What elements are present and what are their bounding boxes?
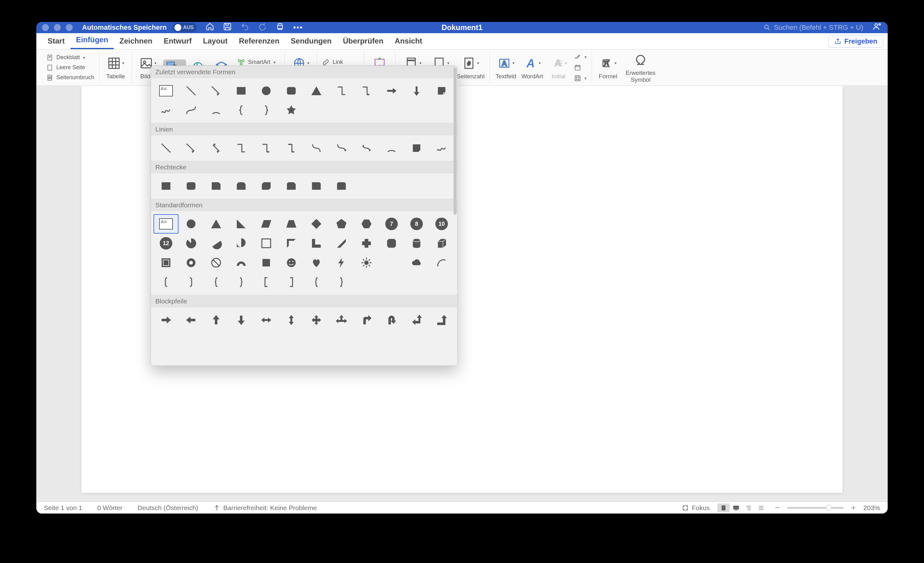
arrow-left[interactable]	[178, 310, 204, 330]
share-presence-icon[interactable]	[873, 22, 882, 33]
basic-blockarc[interactable]	[229, 253, 254, 273]
rect-sharp[interactable]	[153, 176, 178, 196]
arrow-bent-right[interactable]	[354, 310, 379, 330]
basic-diagstripe[interactable]	[329, 234, 354, 253]
shape-curve[interactable]	[178, 100, 204, 120]
tab-zeichnen[interactable]: Zeichnen	[114, 33, 158, 49]
shape-elbow-arrow[interactable]	[354, 81, 379, 100]
rect-round[interactable]	[178, 176, 204, 196]
zoom-in-button[interactable]: +	[851, 503, 856, 513]
arrow-up[interactable]	[204, 310, 229, 330]
rect-snip1[interactable]	[204, 176, 229, 196]
zoom-thumb[interactable]	[826, 505, 832, 511]
arrow-leftright[interactable]	[254, 310, 279, 330]
basic-noentry[interactable]	[204, 253, 229, 273]
shape-triangle[interactable]	[304, 81, 329, 100]
basic-bracket-left[interactable]	[153, 273, 178, 292]
shape-arrow-line[interactable]	[204, 81, 229, 100]
line-elbow-double[interactable]	[279, 138, 304, 158]
shape-star[interactable]	[279, 100, 304, 120]
tab-layout[interactable]: Layout	[197, 33, 233, 49]
line-elbow[interactable]	[229, 138, 254, 158]
line-curved-arrow[interactable]	[329, 138, 354, 158]
basic-can[interactable]	[404, 234, 429, 253]
basic-triangle[interactable]	[204, 214, 229, 234]
shape-brace-right[interactable]	[254, 100, 279, 120]
line-elbow-arrow[interactable]	[254, 138, 279, 158]
shape-roundrect[interactable]	[279, 81, 304, 100]
line-freeform[interactable]	[404, 138, 429, 158]
basic-donut[interactable]	[178, 253, 204, 273]
signature-button[interactable]: ▾	[574, 53, 586, 61]
basic-pentagon[interactable]	[329, 214, 354, 234]
print-icon[interactable]	[276, 22, 284, 33]
object-button[interactable]: ▾	[574, 75, 586, 82]
basic-foldedcorner[interactable]	[254, 253, 279, 273]
basic-cube[interactable]	[429, 234, 454, 253]
scrollbar-thumb[interactable]	[453, 67, 457, 215]
basic-lightning[interactable]	[329, 253, 354, 273]
formel-button[interactable]: π▾Formel	[597, 55, 619, 80]
tabelle-button[interactable]: ▾ Tabelle	[105, 55, 126, 80]
line-scribble[interactable]	[429, 138, 454, 158]
rect-round2same[interactable]	[329, 176, 354, 196]
home-icon[interactable]	[206, 22, 214, 33]
shape-arrow-right[interactable]	[379, 81, 404, 100]
basic-hexagon[interactable]	[354, 214, 379, 234]
shape-line[interactable]	[178, 81, 204, 100]
line-arrow[interactable]	[178, 138, 204, 158]
basic-sqbracket-left[interactable]	[254, 273, 279, 292]
seitenumbruch-button[interactable]: Seitenumbruch	[46, 74, 94, 81]
basic-bevel[interactable]	[153, 253, 178, 273]
view-draft-button[interactable]	[755, 503, 767, 512]
arrow-updown[interactable]	[279, 310, 304, 330]
basic-moon[interactable]	[379, 253, 404, 273]
basic-sun[interactable]	[354, 253, 379, 273]
shape-scribble[interactable]	[153, 100, 178, 120]
basic-cloud[interactable]	[404, 253, 429, 273]
shape-arrow-down[interactable]	[404, 81, 429, 100]
undo-icon[interactable]	[240, 22, 249, 33]
rect-round1[interactable]	[304, 176, 329, 196]
arrow-bentup[interactable]	[429, 310, 454, 330]
basic-textbox[interactable]	[153, 214, 178, 234]
arrow-uturn[interactable]	[379, 310, 404, 330]
arrow-quad[interactable]	[304, 310, 329, 330]
status-words[interactable]: 0 Wörter	[98, 504, 123, 512]
line-double-arrow[interactable]	[204, 138, 229, 158]
line-curved-double[interactable]	[354, 138, 379, 158]
line-freeform-curve[interactable]	[379, 138, 404, 158]
wordart-button[interactable]: A▾WordArt	[521, 55, 543, 80]
basic-sqbracket-right[interactable]	[279, 273, 304, 292]
window-controls[interactable]	[42, 24, 73, 31]
basic-chord[interactable]	[204, 234, 229, 253]
zoom-dot[interactable]	[66, 24, 73, 31]
shape-rect[interactable]	[229, 81, 254, 100]
basic-brack-left2[interactable]	[304, 273, 329, 292]
basic-right-triangle[interactable]	[229, 214, 254, 234]
basic-halfframe[interactable]	[279, 234, 304, 253]
basic-diamond[interactable]	[304, 214, 329, 234]
search-box[interactable]: Suchen (Befehl + STRG + U)	[764, 24, 863, 31]
arrow-leftrightup[interactable]	[329, 310, 354, 330]
status-language[interactable]: Deutsch (Österreich)	[138, 504, 198, 512]
basic-plus[interactable]	[354, 234, 379, 253]
arrow-leftup[interactable]	[404, 310, 429, 330]
basic-heart[interactable]	[304, 253, 329, 273]
view-outline-button[interactable]	[742, 503, 755, 512]
more-icon[interactable]: •••	[293, 23, 302, 32]
shape-ellipse[interactable]	[254, 81, 279, 100]
minimize-dot[interactable]	[54, 24, 61, 31]
zoom-level[interactable]: 203%	[863, 504, 880, 512]
view-web-button[interactable]	[730, 503, 742, 512]
basic-heptagon[interactable]: 7	[379, 214, 404, 234]
smartart-button[interactable]: SmartArt▾	[237, 58, 279, 66]
rect-snip2diag[interactable]	[254, 176, 279, 196]
tab-start[interactable]: Start	[42, 33, 70, 49]
leere-seite-button[interactable]: Leere Seite	[46, 64, 94, 71]
basic-brack-right2[interactable]	[329, 273, 354, 292]
status-accessibility[interactable]: Barrierefreiheit: Keine Probleme	[213, 504, 317, 512]
basic-arc[interactable]	[429, 253, 454, 273]
basic-lshape[interactable]	[304, 234, 329, 253]
line-curved[interactable]	[304, 138, 329, 158]
